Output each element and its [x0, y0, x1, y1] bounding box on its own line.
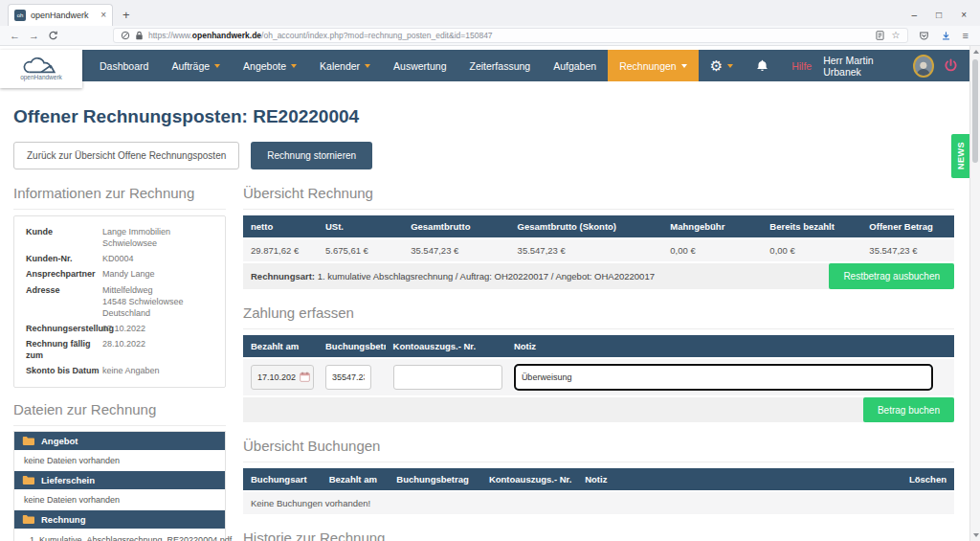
pdf-file-link[interactable]: 1_Kumulative_Abschlagsrechnung_RE2022000… — [14, 529, 225, 541]
lock-icon[interactable] — [135, 31, 144, 40]
note-input[interactable] — [514, 364, 933, 391]
col-header-bereits-bezahlt: Bereits bezahlt — [762, 215, 861, 238]
tab-close-icon[interactable]: × — [100, 11, 106, 20]
value-mahngebuehr: 0,00 € — [662, 238, 762, 261]
pocket-icon[interactable] — [919, 31, 929, 41]
nav-item-kalender[interactable]: Kalender — [308, 50, 382, 81]
info-row-kundennr: Kunden-Nr. KD0004 — [14, 251, 225, 266]
col-header-ust: USt. — [318, 215, 403, 238]
bookmark-star-icon[interactable]: ☆ — [892, 31, 901, 40]
back-icon[interactable]: ← — [10, 31, 20, 41]
page-title: Offener Rechnungsposten: RE20220004 — [13, 106, 954, 127]
calendar-icon[interactable] — [300, 372, 310, 382]
scrollbar[interactable] — [969, 46, 980, 541]
payment-form-title: Zahlung erfassen — [243, 304, 954, 329]
notifications[interactable] — [745, 50, 780, 81]
payment-form-table: Bezahlt am Buchungsbetrag Kontoauszugs.-… — [243, 335, 954, 395]
info-row-skonto: Skonto bis Datum keine Angaben — [14, 363, 225, 378]
nav-item-hilfe[interactable]: Hilfe — [780, 50, 823, 81]
nav-item-angebote[interactable]: Angebote — [232, 50, 308, 81]
table-row: Keine Buchungen vorhanden! — [243, 491, 954, 514]
user-name: Herr Martin Urbanek — [823, 55, 903, 78]
menu-icon[interactable]: ≡ — [963, 30, 969, 41]
minimize-icon[interactable]: – — [912, 10, 918, 20]
info-row-erstellung: Rechnungserstellung 07.10.2022 — [14, 321, 225, 336]
close-icon[interactable]: × — [961, 10, 967, 20]
cancel-invoice-button[interactable]: Rechnung stornieren — [251, 142, 372, 169]
url-text: https://www.openhandwerk.de/oh_account/i… — [148, 31, 871, 40]
col-header-gesamtbrutto-skonto: Gesamtbrutto (Skonto) — [510, 215, 663, 238]
caret-down-icon — [681, 64, 687, 68]
col-header-offener-betrag: Offener Betrag — [861, 215, 954, 238]
brand-text: openHandwerk — [20, 74, 62, 80]
col-header-notiz: Notiz — [577, 468, 897, 491]
avatar[interactable] — [913, 55, 934, 78]
invoice-overview-title: Übersicht Rechnung — [243, 185, 954, 210]
maximize-icon[interactable]: □ — [936, 10, 942, 20]
nav-item-rechnungen[interactable]: Rechnungen — [608, 50, 699, 81]
tracking-shield-icon[interactable] — [121, 31, 130, 40]
empty-files-text: keine Dateien vorhanden — [14, 489, 225, 510]
invoice-overview-table: netto USt. Gesamtbrutto Gesamtbrutto (Sk… — [243, 215, 954, 261]
booking-amount-input[interactable] — [325, 365, 371, 390]
forward-icon[interactable]: → — [29, 31, 39, 41]
value-gesamtbrutto: 35.547,23 € — [403, 238, 509, 261]
favicon: oh — [14, 10, 26, 21]
empty-files-text: keine Dateien vorhanden — [14, 450, 225, 471]
scrollbar-thumb[interactable] — [972, 59, 978, 163]
value-bereits-bezahlt: 0,00 € — [762, 238, 861, 261]
col-header-buchungsart: Buchungsart — [243, 468, 322, 491]
folder-angebot[interactable]: Angebot — [14, 432, 225, 450]
value-ust: 5.675,61 € — [318, 238, 403, 261]
meta-label: Rechnungsart: — [251, 271, 315, 282]
folder-rechnung[interactable]: Rechnung — [14, 510, 225, 529]
reader-mode-icon[interactable] — [876, 31, 884, 40]
person-icon — [915, 60, 932, 76]
caret-down-icon — [727, 64, 733, 68]
browser-tab[interactable]: oh openHandwerk × — [8, 4, 113, 26]
invoice-meta-row: Rechnungsart: 1. kumulative Abschlagsrec… — [243, 263, 954, 289]
caret-down-icon — [291, 64, 297, 68]
download-icon[interactable] — [941, 31, 951, 41]
logout-power-icon[interactable] — [944, 58, 958, 73]
folder-lieferschein[interactable]: Lieferschein — [14, 471, 225, 489]
payout-remainder-button[interactable]: Restbetrag ausbuchen — [829, 263, 954, 289]
statement-no-input[interactable] — [393, 365, 502, 390]
tab-title: openHandwerk — [31, 11, 96, 20]
col-header-notiz: Notiz — [506, 335, 954, 358]
gear-icon: ⚙ — [710, 58, 723, 73]
payment-actions-row: Betrag buchen — [243, 397, 954, 422]
col-header-netto: netto — [243, 215, 318, 238]
page: openHandwerk Dashboard Aufträge Angebote… — [0, 46, 980, 541]
reload-icon[interactable] — [48, 31, 58, 41]
url-bar[interactable]: https://www.openhandwerk.de/oh_account/i… — [113, 28, 908, 43]
nav-item-dashboard[interactable]: Dashboard — [88, 50, 160, 81]
invoice-info-card: Kunde Lange ImmobilienSchwielowsee Kunde… — [13, 215, 226, 388]
caret-down-icon — [365, 64, 370, 68]
col-header-mahngebuehr: Mahngebühr — [662, 215, 762, 238]
col-header-kontoauszug: Kontoauszugs.- Nr. — [386, 335, 506, 358]
news-tab[interactable]: NEWS — [951, 134, 969, 178]
folder-icon — [22, 475, 34, 485]
settings-menu[interactable]: ⚙ — [699, 50, 745, 81]
value-gesamtbrutto-skonto: 35.547,23 € — [510, 238, 663, 261]
scroll-up-icon[interactable] — [973, 50, 979, 54]
new-tab-button[interactable]: + — [122, 8, 130, 26]
history-title: Historie zur Rechnung — [243, 530, 954, 541]
payment-input-row — [243, 358, 954, 395]
col-header-loeschen: Löschen — [898, 468, 954, 491]
files-panel-title: Dateien zur Rechnung — [13, 401, 226, 426]
nav-item-zeiterfassung[interactable]: Zeiterfassung — [458, 50, 543, 81]
nav-item-aufgaben[interactable]: Aufgaben — [542, 50, 608, 81]
browser-tab-bar: oh openHandwerk × + – □ × — [0, 0, 980, 26]
table-header-row: Buchungsart Bezahlt am Buchungsbetrag Ko… — [243, 468, 954, 491]
nav-item-auswertung[interactable]: Auswertung — [382, 50, 457, 81]
browser-toolbar: ← → https://www.openhandwerk.de/oh_accou… — [0, 26, 980, 46]
nav-item-auftraege[interactable]: Aufträge — [160, 50, 232, 81]
app-logo[interactable]: openHandwerk — [0, 50, 82, 88]
empty-bookings-text: Keine Buchungen vorhanden! — [243, 491, 954, 514]
scroll-down-icon[interactable] — [973, 533, 979, 537]
book-amount-button[interactable]: Betrag buchen — [863, 397, 954, 422]
back-to-overview-button[interactable]: Zurück zur Übersicht Offene Rechnungspos… — [13, 142, 239, 169]
col-header-bezahlt-am: Bezahlt am — [243, 335, 318, 358]
